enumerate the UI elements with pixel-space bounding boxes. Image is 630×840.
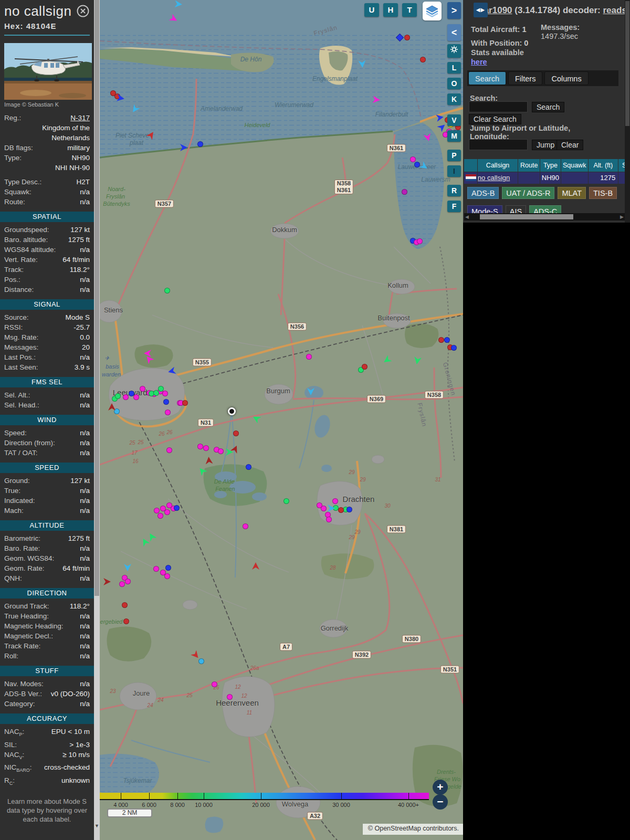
- map-button-l[interactable]: L: [447, 62, 461, 74]
- aircraft-marker[interactable]: [212, 681, 217, 687]
- jump-clear-button[interactable]: Clear: [556, 140, 583, 150]
- aircraft-marker[interactable]: [140, 386, 145, 392]
- aircraft-marker[interactable]: [362, 364, 368, 370]
- panel-width-toggle-button[interactable]: ◀▶: [474, 3, 488, 17]
- callsign-cell[interactable]: no callsign: [478, 172, 518, 184]
- aircraft-marker[interactable]: [197, 141, 203, 147]
- layer-switcher-button[interactable]: [423, 2, 442, 20]
- tab-filters[interactable]: Filters: [508, 71, 542, 85]
- aircraft-marker[interactable]: [153, 390, 159, 396]
- jump-input[interactable]: [469, 139, 528, 150]
- aircraft-marker[interactable]: [123, 394, 129, 400]
- aircraft-marker[interactable]: [326, 517, 332, 522]
- aircraft-marker[interactable]: [420, 57, 426, 62]
- aircraft-marker[interactable]: [154, 508, 160, 513]
- map-button-v[interactable]: V: [447, 114, 461, 126]
- map-button-o[interactable]: O: [447, 78, 461, 89]
- map-button-i[interactable]: I: [447, 165, 461, 177]
- table-horizontal-scrollbar[interactable]: ◀ ▶: [464, 213, 625, 220]
- aircraft-marker[interactable]: [338, 507, 344, 513]
- stats-here-link[interactable]: here: [471, 57, 487, 67]
- map-button-u[interactable]: U: [364, 3, 379, 17]
- aircraft-marker[interactable]: [164, 509, 170, 515]
- search-button[interactable]: Search: [532, 102, 564, 112]
- aircraft-marker[interactable]: [451, 345, 457, 351]
- panel-scrollbar-thumb[interactable]: [625, 1, 629, 126]
- scroll-down-icon[interactable]: ▼: [94, 823, 100, 828]
- aircraft-marker[interactable]: [218, 448, 224, 454]
- clear-search-button[interactable]: Clear Search: [469, 114, 521, 124]
- scroll-left-icon[interactable]: ◀: [465, 214, 469, 220]
- map-button-k[interactable]: K: [447, 93, 461, 105]
- aircraft-marker[interactable]: [417, 238, 423, 244]
- aircraft-table-row[interactable]: no callsignNH901275: [464, 172, 630, 184]
- aircraft-marker[interactable]: [346, 507, 352, 512]
- map-button-t[interactable]: T: [402, 3, 417, 17]
- tab-columns[interactable]: Columns: [544, 71, 588, 85]
- aircraft-marker[interactable]: [174, 505, 180, 511]
- aircraft-marker[interactable]: [164, 573, 170, 579]
- aircraft-marker[interactable]: [284, 498, 289, 504]
- aircraft-marker[interactable]: [166, 502, 172, 508]
- aircraft-marker[interactable]: [198, 658, 204, 664]
- aircraft-marker[interactable]: [410, 156, 416, 162]
- aircraft-marker[interactable]: [125, 579, 131, 584]
- aircraft-marker[interactable]: [227, 694, 233, 700]
- aircraft-marker[interactable]: [332, 498, 338, 504]
- filter-mlat[interactable]: MLAT: [558, 187, 586, 199]
- table-scrollbar-thumb[interactable]: [480, 214, 573, 219]
- aircraft-marker[interactable]: [123, 618, 129, 624]
- close-icon[interactable]: [76, 4, 90, 20]
- aircraft-marker[interactable]: [197, 444, 203, 449]
- aircraft-marker[interactable]: [402, 189, 407, 195]
- aircraft-marker[interactable]: [115, 393, 121, 399]
- aircraft-marker[interactable]: [122, 602, 128, 608]
- tab-search[interactable]: Search: [468, 71, 506, 85]
- filter-tis-b[interactable]: TIS-B: [589, 187, 617, 199]
- zoom-out-button[interactable]: −: [433, 794, 448, 810]
- aircraft-marker[interactable]: [158, 386, 164, 392]
- scroll-right-icon[interactable]: ▶: [620, 214, 624, 220]
- aircraft-marker[interactable]: [165, 410, 171, 415]
- panel-collapse-right-button[interactable]: >: [447, 2, 461, 19]
- aircraft-marker[interactable]: [129, 391, 134, 396]
- panel-scrollbar[interactable]: [625, 0, 630, 223]
- aircraft-marker[interactable]: [119, 581, 125, 587]
- panel-collapse-left-button[interactable]: <: [447, 24, 461, 41]
- map[interactable]: FryslânDe HônEngelsmanplaatAmelanderwadW…: [100, 0, 463, 840]
- map-button-m[interactable]: M: [447, 130, 461, 142]
- filter-ads-b[interactable]: ADS-B: [467, 187, 499, 199]
- aircraft-marker[interactable]: [182, 400, 188, 406]
- aircraft-marker[interactable]: [444, 337, 450, 343]
- aircraft-marker[interactable]: [414, 162, 420, 167]
- aircraft-marker[interactable]: [233, 430, 239, 436]
- aircraft-marker[interactable]: [306, 354, 312, 360]
- zoom-in-button[interactable]: +: [433, 780, 448, 795]
- aircraft-marker[interactable]: [246, 464, 251, 470]
- map-button-p[interactable]: P: [447, 150, 461, 161]
- aircraft-marker[interactable]: [162, 391, 168, 396]
- settings-button[interactable]: [447, 44, 461, 58]
- aircraft-marker[interactable]: [203, 445, 209, 451]
- sidebar-scrollbar[interactable]: ▼: [94, 0, 100, 840]
- aircraft-marker[interactable]: [163, 399, 169, 405]
- aircraft-marker[interactable]: [438, 337, 444, 343]
- aircraft-marker[interactable]: [321, 506, 327, 511]
- selected-aircraft-marker[interactable]: [228, 407, 236, 415]
- aircraft-marker[interactable]: [243, 523, 248, 529]
- sidebar-scrollbar-thumb[interactable]: [94, 0, 99, 596]
- aircraft-marker[interactable]: [165, 565, 171, 571]
- filter-uat-ads-r[interactable]: UAT / ADS-R: [502, 187, 554, 199]
- callsign-link[interactable]: no callsign: [478, 174, 510, 182]
- aircraft-marker[interactable]: [158, 513, 163, 519]
- aircraft-marker[interactable]: [404, 35, 410, 40]
- map-button-h[interactable]: H: [383, 3, 398, 17]
- aircraft-marker[interactable]: [164, 288, 170, 293]
- search-input[interactable]: [469, 101, 528, 112]
- map-button-f[interactable]: F: [447, 201, 461, 212]
- jump-button[interactable]: Jump: [532, 140, 559, 150]
- aircraft-marker[interactable]: [153, 566, 159, 572]
- map-button-r[interactable]: R: [447, 185, 461, 196]
- aircraft-marker[interactable]: [166, 447, 172, 453]
- registration-link[interactable]: N-317: [70, 113, 90, 123]
